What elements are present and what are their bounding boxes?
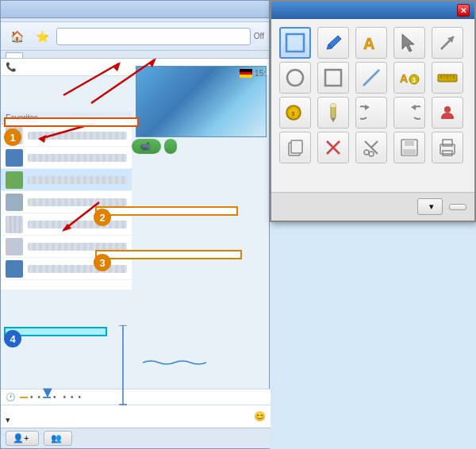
list-item[interactable] <box>1 147 132 169</box>
empty-tool-1[interactable] <box>393 27 425 59</box>
ellipse-tool[interactable] <box>279 62 311 94</box>
flag-icon <box>240 69 252 78</box>
rectangle-icon <box>322 67 344 89</box>
cut-icon <box>360 136 382 159</box>
cut-tool[interactable] <box>355 132 387 163</box>
text-tool[interactable]: A <box>355 27 387 59</box>
pen-icon <box>322 102 344 124</box>
svg-rect-46 <box>443 151 452 155</box>
redo-tool[interactable] <box>393 97 425 129</box>
coins-icon: 3 <box>284 102 306 124</box>
contact-status: 15: <box>255 69 266 78</box>
selection-tool[interactable] <box>279 27 311 59</box>
pencil-tool[interactable] <box>317 27 349 59</box>
skype-icon: 👥 <box>51 433 62 443</box>
separator6: • <box>79 393 82 401</box>
contacts-tabs <box>1 51 269 59</box>
svg-text:3: 3 <box>412 76 416 84</box>
contact-name <box>28 265 127 273</box>
arrow-tool[interactable] <box>432 27 463 59</box>
dropdown-chevron-icon: ▾ <box>429 201 434 212</box>
list-item[interactable] <box>1 258 132 280</box>
list-item-selected[interactable] <box>1 169 132 191</box>
add-contact-button[interactable]: 👤+ <box>6 431 39 446</box>
home-icon[interactable]: 🏠 <box>6 25 28 48</box>
contact-name <box>28 176 127 184</box>
video-call-button[interactable]: 📹 <box>132 139 161 154</box>
svg-point-34 <box>444 106 451 113</box>
number-badge-2: 2 <box>94 209 111 226</box>
call-button[interactable] <box>164 139 177 154</box>
jet-tools-grid: A <box>271 19 474 171</box>
svg-text:A: A <box>400 72 408 85</box>
undo-tool[interactable] <box>355 97 387 129</box>
emoji-icon[interactable]: 😊 <box>254 411 266 422</box>
share-tool[interactable] <box>432 97 463 129</box>
separator5: • <box>71 393 74 401</box>
number-icon: A 3 <box>398 67 420 89</box>
svg-rect-45 <box>443 140 452 146</box>
svg-marker-32 <box>365 105 370 110</box>
skype-call-button[interactable]: 👥 <box>44 431 72 446</box>
jet-dialog: ✕ A <box>270 0 476 222</box>
number-tool[interactable]: A 3 <box>393 62 425 94</box>
skype-toolbar: 🏠 ⭐ Off <box>1 22 269 51</box>
wavy-underline <box>143 359 206 366</box>
avatar <box>6 171 23 189</box>
svg-point-14 <box>287 70 303 86</box>
coins-tool[interactable]: 3 <box>279 97 311 129</box>
pen-tool[interactable] <box>317 97 349 129</box>
number-badge-1: 1 <box>4 129 21 146</box>
svg-rect-42 <box>405 140 414 146</box>
search-input[interactable] <box>56 28 251 45</box>
undo-icon <box>360 102 382 124</box>
avatar <box>6 149 23 167</box>
share-in-web-button[interactable]: ▾ <box>417 198 443 215</box>
tab-contacts[interactable] <box>6 52 23 58</box>
line-icon <box>360 67 382 89</box>
delete-tool[interactable] <box>317 132 349 163</box>
cancel-button[interactable] <box>449 204 466 210</box>
line-tool[interactable] <box>355 62 387 94</box>
svg-rect-43 <box>403 149 416 155</box>
bottom-actions: 👤+ 👥 <box>1 428 271 448</box>
callout-3 <box>95 250 242 259</box>
message-input[interactable] <box>6 408 251 425</box>
svg-rect-15 <box>325 70 341 86</box>
video-icon: 📹 <box>140 141 151 152</box>
redo-icon <box>398 102 420 124</box>
svg-rect-31 <box>331 104 336 107</box>
jet-close-button[interactable]: ✕ <box>457 4 470 17</box>
ellipse-icon <box>284 67 306 89</box>
video-buttons: 📹 <box>132 139 177 154</box>
save-tool[interactable] <box>393 132 425 163</box>
callout-1 <box>4 117 139 127</box>
contact-name <box>28 154 127 162</box>
all-dropdown[interactable]: ▾ <box>4 415 10 425</box>
svg-marker-33 <box>411 105 416 110</box>
rectangle-tool[interactable] <box>317 62 349 94</box>
tab-recent[interactable] <box>23 52 40 58</box>
svg-marker-30 <box>331 118 336 122</box>
message-input-row: 😊 <box>1 405 271 428</box>
save-icon <box>398 136 420 159</box>
yesterday-option[interactable] <box>20 397 28 398</box>
svg-point-40 <box>369 152 374 156</box>
svg-text:3: 3 <box>291 110 295 117</box>
svg-rect-9 <box>288 36 302 50</box>
avatar <box>6 260 23 278</box>
avatar <box>6 238 23 255</box>
copy-tool[interactable] <box>279 132 311 163</box>
print-tool[interactable] <box>432 132 463 163</box>
ruler-tool[interactable] <box>432 62 463 94</box>
separator: • <box>30 393 33 401</box>
arrow-icon <box>436 32 459 54</box>
star-icon[interactable]: ⭐ <box>31 25 53 48</box>
svg-rect-36 <box>291 140 302 153</box>
jet-bottom-bar: ▾ <box>271 192 474 221</box>
delete-icon <box>322 136 344 159</box>
contact-name <box>28 243 127 251</box>
svg-point-39 <box>364 150 369 155</box>
list-item[interactable] <box>1 213 132 236</box>
svg-text:A: A <box>363 35 374 52</box>
